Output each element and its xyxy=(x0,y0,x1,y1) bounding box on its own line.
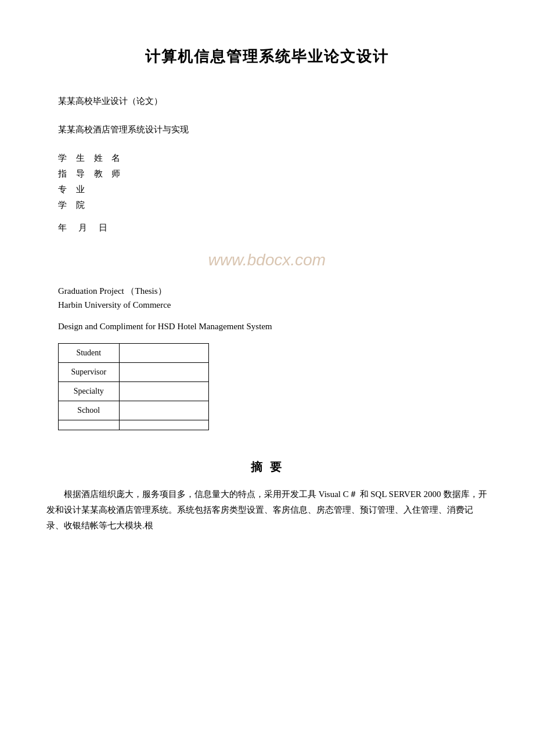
subtitle-cn1: 某某高校毕业设计（论文） xyxy=(46,96,488,107)
table-cell-label xyxy=(59,420,120,430)
table-cell-value xyxy=(119,363,208,382)
table-cell-label: Specialty xyxy=(59,382,120,401)
table-row xyxy=(59,420,209,430)
table-cell-value xyxy=(119,382,208,401)
en-design-line: Design and Compliment for HSD Hotel Mana… xyxy=(58,322,488,332)
table-row: Specialty xyxy=(59,382,209,401)
table-row: Student xyxy=(59,344,209,363)
subtitle-cn2: 某某高校酒店管理系统设计与实现 xyxy=(46,124,488,135)
info-table: Student Supervisor Specialty School xyxy=(58,343,209,430)
table-cell-value xyxy=(119,401,208,420)
abstract-text: 根据酒店组织庞大，服务项目多，信息量大的特点，采用开发工具 Visual C＃ … xyxy=(46,487,488,534)
student-name-label: 学 生 姓 名 xyxy=(58,153,488,164)
abstract-title: 摘 要 xyxy=(46,459,488,475)
table-row: School xyxy=(59,401,209,420)
table-cell-value xyxy=(119,344,208,363)
table-cell-value xyxy=(119,420,208,430)
specialty-label: 专 业 xyxy=(58,184,488,195)
watermark: www.bdocx.com xyxy=(208,251,326,269)
table-row: Supervisor xyxy=(59,363,209,382)
date-row: 年 月 日 xyxy=(46,222,488,233)
page-title: 计算机信息管理系统毕业论文设计 xyxy=(46,46,488,67)
table-cell-label: Student xyxy=(59,344,120,363)
table-cell-label: School xyxy=(59,401,120,420)
school-label: 学 院 xyxy=(58,200,488,211)
en-university-line: Harbin University of Commerce xyxy=(58,300,488,310)
supervisor-label: 指 导 教 师 xyxy=(58,168,488,179)
en-graduation-line: Graduation Project （Thesis） xyxy=(58,286,488,297)
table-cell-label: Supervisor xyxy=(59,363,120,382)
